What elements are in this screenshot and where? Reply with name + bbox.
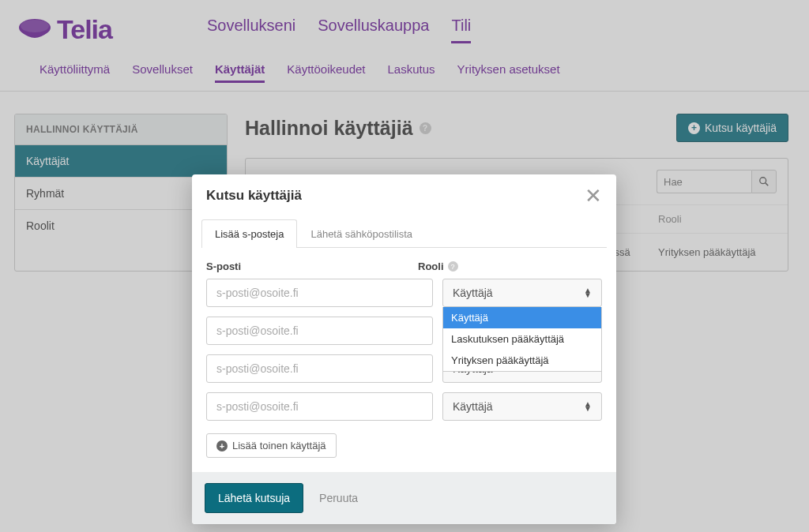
role-select-value: Käyttäjä <box>453 400 493 413</box>
role-option-yrityksen-paakayttaja[interactable]: Yrityksen pääkäyttäjä <box>443 350 601 371</box>
add-another-user-button[interactable]: + Lisää toinen käyttäjä <box>206 433 337 458</box>
role-dropdown: Käyttäjä Laskutuksen pääkäyttäjä Yrityks… <box>442 307 602 372</box>
email-input-2[interactable] <box>206 317 433 345</box>
role-select-value: Käyttäjä <box>453 287 493 299</box>
send-invites-button[interactable]: Lähetä kutsuja <box>205 483 303 513</box>
tab-add-emails[interactable]: Lisää s-posteja <box>201 219 297 248</box>
updown-icon: ▲▼ <box>584 288 592 298</box>
email-input-4[interactable] <box>206 392 433 421</box>
role-select-4[interactable]: Käyttäjä ▲▼ <box>442 392 602 421</box>
updown-icon: ▲▼ <box>584 402 592 411</box>
modal-tabs: Lisää s-posteja Lähetä sähköpostilista <box>201 219 607 248</box>
label-role: Rooli ? <box>418 260 458 272</box>
close-icon[interactable]: ✕ <box>585 185 602 206</box>
email-input-3[interactable] <box>206 354 433 383</box>
tab-send-emaillist[interactable]: Lähetä sähköpostilista <box>297 219 426 248</box>
label-role-text: Rooli <box>418 260 444 272</box>
invite-users-modal: Kutsu käyttäjiä ✕ Lisää s-posteja Lähetä… <box>192 174 616 524</box>
label-email: S-posti <box>206 260 418 272</box>
add-another-label: Lisää toinen käyttäjä <box>232 440 326 451</box>
help-icon[interactable]: ? <box>448 261 458 272</box>
modal-title: Kutsu käyttäjiä <box>206 188 302 204</box>
role-option-kayttaja[interactable]: Käyttäjä <box>443 307 601 328</box>
email-input-1[interactable] <box>206 279 433 307</box>
plus-icon: + <box>216 440 228 451</box>
role-select-1[interactable]: Käyttäjä ▲▼ <box>442 279 602 307</box>
cancel-button[interactable]: Peruuta <box>319 492 358 504</box>
role-option-laskutuksen-paakayttaja[interactable]: Laskutuksen pääkäyttäjä <box>443 328 601 350</box>
